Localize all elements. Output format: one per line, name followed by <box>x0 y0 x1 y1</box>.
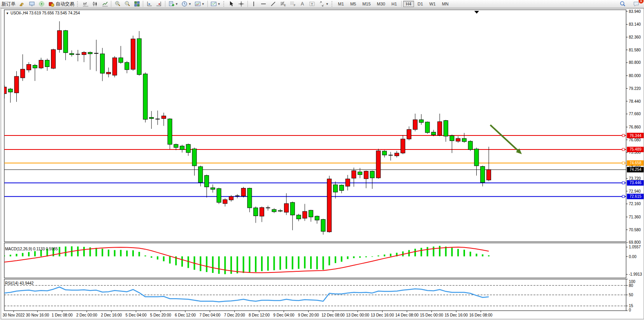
chart-window[interactable]: 83.94083.14082.36081.58080.80080.00079.2… <box>1 8 644 319</box>
candle-down <box>419 120 423 122</box>
macd-histogram-bar <box>237 257 238 274</box>
svg-text:70.580: 70.580 <box>629 228 641 232</box>
candle-up <box>21 69 25 78</box>
zoom-out-button[interactable] <box>122 0 132 8</box>
timeframe-m5-button[interactable]: M5 <box>347 1 359 7</box>
macd-histogram-bar <box>132 250 134 257</box>
candle-up <box>437 122 442 135</box>
macd-histogram-bar <box>335 257 336 263</box>
svg-text:T: T <box>311 2 313 6</box>
candle-down <box>198 167 203 183</box>
timeframe-m15-button[interactable]: M15 <box>360 1 373 7</box>
trend-line-button[interactable] <box>268 0 278 8</box>
candle-down <box>432 132 436 135</box>
macd-histogram-bar <box>304 257 305 269</box>
svg-text:80.000: 80.000 <box>629 74 641 78</box>
candle-down <box>100 54 105 73</box>
svg-text:69.800: 69.800 <box>629 240 641 244</box>
auto-scroll-icon <box>156 1 162 7</box>
timeframe-h1-button[interactable]: H1 <box>389 1 400 7</box>
svg-text:A: A <box>301 1 304 7</box>
timeframe-m1-button[interactable]: M1 <box>335 1 347 7</box>
chart-shift-button[interactable] <box>144 0 154 8</box>
candle-down <box>168 119 172 144</box>
svg-text:14 Dec 08:00: 14 Dec 08:00 <box>395 313 419 317</box>
new-order-button[interactable]: 新订单 <box>0 0 17 8</box>
svg-text:72.160: 72.160 <box>629 202 641 206</box>
auto-scroll-button[interactable] <box>154 0 164 8</box>
candle-up <box>51 49 56 68</box>
arrows-button[interactable]: ▼ <box>317 0 330 8</box>
crosshair-button[interactable] <box>237 0 246 8</box>
candle-down <box>63 31 68 53</box>
text-button[interactable]: A <box>298 0 307 8</box>
price-chart[interactable]: 83.94083.14082.36081.58080.80080.00079.2… <box>1 9 644 319</box>
indicators-button[interactable]: ▼ <box>209 0 222 8</box>
macd-histogram-bar <box>426 247 428 257</box>
candle-up <box>456 139 460 141</box>
terminal-button[interactable] <box>27 0 37 8</box>
svg-text:74.254: 74.254 <box>630 167 642 172</box>
macd-histogram-bar <box>470 252 471 257</box>
new-chart-button[interactable]: ▼ <box>167 0 180 8</box>
macd-histogram-bar <box>341 257 342 262</box>
tile-windows-button[interactable] <box>132 0 142 8</box>
svg-text:E: E <box>284 4 286 7</box>
bar-chart-icon <box>82 1 89 7</box>
macd-histogram-bar <box>286 257 287 269</box>
vertical-line-button[interactable] <box>249 0 259 8</box>
signal-icon <box>38 1 45 7</box>
signal-button[interactable] <box>37 0 46 8</box>
arrows-icon <box>319 1 325 7</box>
gold-ingots-button[interactable] <box>17 0 27 8</box>
svg-text:82.360: 82.360 <box>629 35 641 39</box>
macd-histogram-bar <box>372 257 373 257</box>
candle-up <box>327 179 332 232</box>
line-chart-button[interactable] <box>100 0 110 8</box>
macd-histogram-bar <box>120 250 121 257</box>
svg-text:81.580: 81.580 <box>629 48 641 52</box>
macd-histogram-bar <box>59 247 60 256</box>
auto-trading-button[interactable]: 自动交易 <box>46 0 76 8</box>
timeframe-m30-button[interactable]: M30 <box>374 1 388 7</box>
macd-histogram-bar <box>328 257 330 265</box>
candle-down <box>468 141 472 149</box>
bar-chart-button[interactable] <box>81 0 90 8</box>
candle-down <box>321 220 325 232</box>
macd-histogram-bar <box>243 257 244 273</box>
candle-down <box>358 172 362 174</box>
text-label-button[interactable]: T <box>307 0 317 8</box>
candle-down <box>272 209 276 212</box>
timeframe-h4-button[interactable]: H4 <box>403 1 414 7</box>
fibonacci-button[interactable]: E <box>278 0 288 8</box>
horizontal-line-button[interactable] <box>259 0 268 8</box>
macd-histogram-bar <box>139 252 140 257</box>
notifications-button[interactable]: 1 <box>631 0 641 8</box>
candle-up <box>161 116 166 119</box>
template-icon <box>195 1 201 7</box>
candle-down <box>339 185 344 190</box>
timeframe-mn-button[interactable]: MN <box>439 1 451 7</box>
zoom-in-button[interactable] <box>112 0 122 8</box>
timeframe-w1-button[interactable]: W1 <box>426 1 439 7</box>
candle-down <box>333 185 338 192</box>
svg-text:5 Dec 20:00: 5 Dec 20:00 <box>150 313 171 317</box>
candle-up <box>112 58 117 75</box>
period-clock-button[interactable]: ▼ <box>180 0 193 8</box>
search-button[interactable] <box>618 0 627 8</box>
svg-text:80.800: 80.800 <box>629 60 641 65</box>
timeframe-d1-button[interactable]: D1 <box>415 1 426 7</box>
macd-histogram-bar <box>188 257 189 268</box>
macd-histogram-bar <box>181 257 183 267</box>
macd-histogram-bar <box>108 250 109 256</box>
candle-up <box>106 72 111 74</box>
macd-histogram-bar <box>255 257 256 272</box>
candle-up <box>376 151 381 178</box>
candlestick-chart-button[interactable] <box>90 0 100 8</box>
cursor-button[interactable] <box>227 0 237 8</box>
macd-histogram-bar <box>482 254 483 256</box>
fibo-grid-button[interactable]: F <box>288 0 298 8</box>
candle-up <box>260 207 264 216</box>
template-button[interactable]: ▼ <box>193 0 206 8</box>
svg-text:50: 50 <box>629 293 633 297</box>
